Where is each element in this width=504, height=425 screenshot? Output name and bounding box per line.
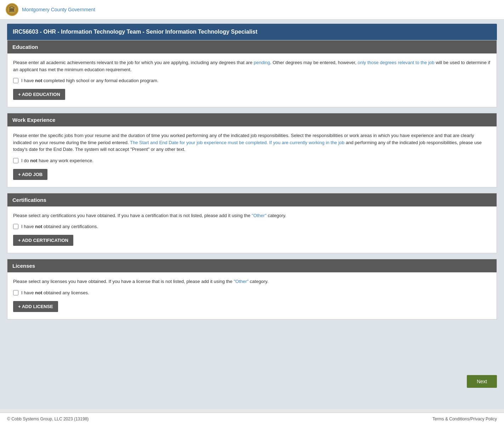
education-highlight-1: pending <box>254 60 270 65</box>
footer-terms-link[interactable]: Terms & Conditions/Privacy Policy <box>432 416 497 421</box>
education-not-bold: not <box>35 78 42 83</box>
add-education-button[interactable]: + ADD EDUCATION <box>13 89 65 100</box>
license-no-licenses-label: I have not obtained any licenses. <box>21 290 89 295</box>
certifications-body: Please select any certifications you hav… <box>7 206 497 253</box>
navigation-container: Next <box>7 325 497 332</box>
licenses-description: Please select any licenses you have obta… <box>13 278 491 285</box>
work-no-experience-label: I do not have any work experience. <box>21 158 94 163</box>
cert-no-certifications-label: I have not obtained any certifications. <box>21 224 98 229</box>
work-no-experience-row: I do not have any work experience. <box>13 158 491 163</box>
org-name: Montgomery County Government <box>22 7 95 12</box>
education-section: Education Please enter all academic achi… <box>7 40 497 107</box>
work-highlight-1: The Start and End Date for your job expe… <box>130 140 345 145</box>
education-section-header: Education <box>7 40 497 53</box>
licenses-body: Please select any licenses you have obta… <box>7 272 497 319</box>
main-content-area: IRC56603 - OHR - Information Technology … <box>0 19 504 409</box>
cert-no-certifications-checkbox[interactable] <box>13 224 18 229</box>
page-footer: © Cobb Systems Group, LLC 2023 (13198) T… <box>0 413 504 425</box>
education-no-highschool-label: I have not completed high school or any … <box>21 78 158 83</box>
education-no-highschool-row: I have not completed high school or any … <box>13 78 491 83</box>
work-experience-section: Work Experience Please enter the specifi… <box>7 113 497 187</box>
cert-not-bold: not <box>35 224 42 229</box>
logo-icon: 🏛 <box>6 3 18 16</box>
add-certification-button[interactable]: + ADD CERTIFICATION <box>13 235 73 246</box>
certifications-section: Certifications Please select any certifi… <box>7 193 497 254</box>
work-experience-body: Please enter the specific jobs from your… <box>7 126 497 187</box>
footer-copyright: © Cobb Systems Group, LLC 2023 (13198) <box>7 416 89 421</box>
next-button[interactable]: Next <box>467 375 497 388</box>
education-no-highschool-checkbox[interactable] <box>13 78 18 83</box>
license-no-licenses-row: I have not obtained any licenses. <box>13 290 491 295</box>
top-header: 🏛 Montgomery County Government <box>0 0 504 19</box>
licenses-section: Licenses Please select any licenses you … <box>7 259 497 319</box>
certifications-description: Please select any certifications you hav… <box>13 212 491 219</box>
work-experience-header: Work Experience <box>7 113 497 126</box>
certifications-header: Certifications <box>7 193 497 206</box>
work-not-bold: not <box>30 158 37 163</box>
job-title-bar: IRC56603 - OHR - Information Technology … <box>7 24 497 40</box>
cert-no-certifications-row: I have not obtained any certifications. <box>13 224 491 229</box>
education-section-body: Please enter all academic achievements r… <box>7 53 497 107</box>
education-highlight-2: only those degrees relevant to the job <box>358 60 435 65</box>
add-job-button[interactable]: + ADD JOB <box>13 169 47 180</box>
licenses-header: Licenses <box>7 259 497 272</box>
license-highlight-other: "Other" <box>234 279 249 284</box>
cert-highlight-other: "Other" <box>252 213 267 218</box>
work-no-experience-checkbox[interactable] <box>13 158 18 163</box>
work-experience-description: Please enter the specific jobs from your… <box>13 132 491 153</box>
education-description: Please enter all academic achievements r… <box>13 59 491 73</box>
add-license-button[interactable]: + ADD LICENSE <box>13 301 58 312</box>
license-no-licenses-checkbox[interactable] <box>13 290 18 295</box>
license-not-bold: not <box>35 290 42 295</box>
